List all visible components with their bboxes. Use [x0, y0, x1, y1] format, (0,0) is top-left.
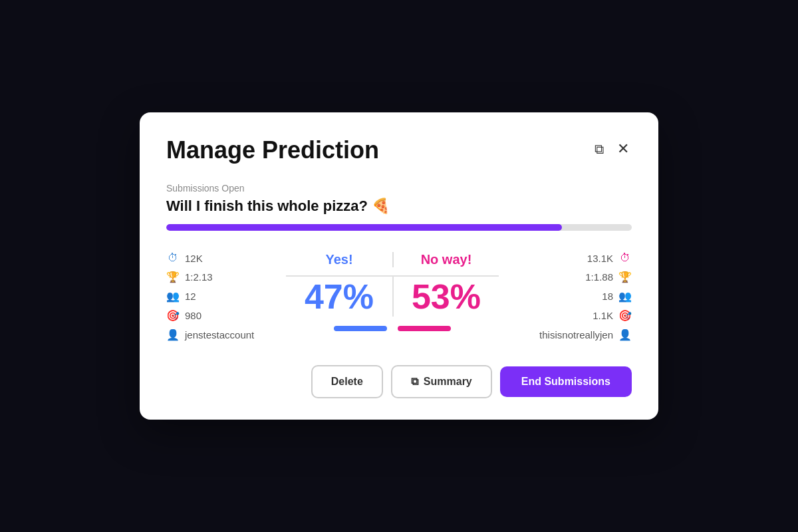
manage-prediction-modal: Manage Prediction ⧉ ✕ Submissions Open W…: [140, 112, 658, 420]
delete-button[interactable]: Delete: [311, 365, 383, 398]
external-link-button[interactable]: ⧉: [592, 139, 606, 159]
yes-header: Yes!: [286, 252, 392, 267]
users-icon-no: 👥: [618, 290, 632, 303]
summary-button-label: Summary: [424, 376, 472, 388]
summary-button[interactable]: ⧉ Summary: [391, 365, 492, 398]
vote-percentages: 47% 53%: [286, 277, 499, 317]
question-text: Will I finish this whole pizza? 🍕: [166, 198, 632, 215]
points-icon-yes: 🎯: [166, 309, 180, 322]
clock-icon-no: ⏱: [618, 252, 632, 264]
end-submissions-button[interactable]: End Submissions: [500, 366, 632, 397]
stat-points-yes: 980: [185, 310, 201, 321]
modal-footer: Delete ⧉ Summary End Submissions: [166, 365, 632, 398]
stat-count-yes: 12: [185, 291, 196, 302]
question-section: Submissions Open Will I finish this whol…: [166, 183, 632, 231]
external-link-icon: ⧉: [595, 142, 604, 156]
yes-bar: [334, 326, 387, 331]
vote-headers: Yes! No way!: [286, 252, 499, 267]
stat-row-user-no: thisisnotreallyjen 👤: [539, 329, 632, 341]
vote-bars: [286, 326, 499, 331]
progress-bar-fill: [166, 224, 562, 231]
stat-row-user-yes: 👤 jenstestaccount: [166, 329, 273, 341]
no-bar: [398, 326, 451, 331]
stat-ratio-no: 1:1.88: [585, 271, 613, 283]
user-icon-yes: 👤: [166, 329, 180, 341]
stat-row-count-no: 18 👥: [602, 290, 632, 303]
close-button[interactable]: ✕: [614, 139, 632, 159]
status-label: Submissions Open: [166, 183, 632, 194]
stats-left: ⏱ 12K 🏆 1:2.13 👥 12 🎯 980 👤 jenste: [166, 252, 286, 341]
clock-icon-yes: ⏱: [166, 252, 180, 264]
stat-user-yes: jenstestaccount: [185, 329, 254, 340]
external-link-icon-summary: ⧉: [411, 376, 418, 388]
stat-count-no: 18: [602, 291, 613, 302]
stat-points-no: 1.1K: [593, 310, 613, 321]
yes-percentage: 47%: [286, 277, 392, 317]
no-percentage: 53%: [392, 277, 499, 317]
modal-top-actions: ⧉ ✕: [592, 139, 632, 159]
trophy-icon-no: 🏆: [618, 271, 632, 283]
stat-views-yes: 12K: [185, 253, 203, 264]
stat-row-points-yes: 🎯 980: [166, 309, 273, 322]
points-icon-no: 🎯: [618, 309, 632, 322]
stat-row-ratio-yes: 🏆 1:2.13: [166, 271, 273, 283]
stat-ratio-yes: 1:2.13: [185, 271, 213, 283]
stat-row-views-yes: ⏱ 12K: [166, 252, 273, 264]
modal-title: Manage Prediction: [166, 136, 379, 164]
no-header: No way!: [392, 252, 499, 267]
users-icon-yes: 👥: [166, 290, 180, 303]
stat-row-points-no: 1.1K 🎯: [593, 309, 632, 322]
progress-bar-container: [166, 224, 632, 231]
stats-right: 13.1K ⏱ 1:1.88 🏆 18 👥 1.1K 🎯 thisisnotre…: [499, 252, 632, 341]
stat-row-ratio-no: 1:1.88 🏆: [585, 271, 632, 283]
stat-row-views-no: 13.1K ⏱: [587, 252, 632, 264]
user-icon-no: 👤: [618, 329, 632, 341]
stat-row-count-yes: 👥 12: [166, 290, 273, 303]
stat-user-no: thisisnotreallyjen: [539, 329, 613, 340]
predictions-area: ⏱ 12K 🏆 1:2.13 👥 12 🎯 980 👤 jenste: [166, 252, 632, 341]
stat-views-no: 13.1K: [587, 253, 613, 264]
close-icon: ✕: [617, 140, 629, 157]
modal-overlay: Manage Prediction ⧉ ✕ Submissions Open W…: [0, 0, 798, 532]
votes-center: Yes! No way! 47% 53%: [286, 252, 499, 341]
trophy-icon-yes: 🏆: [166, 271, 180, 283]
modal-header: Manage Prediction ⧉ ✕: [166, 136, 632, 164]
